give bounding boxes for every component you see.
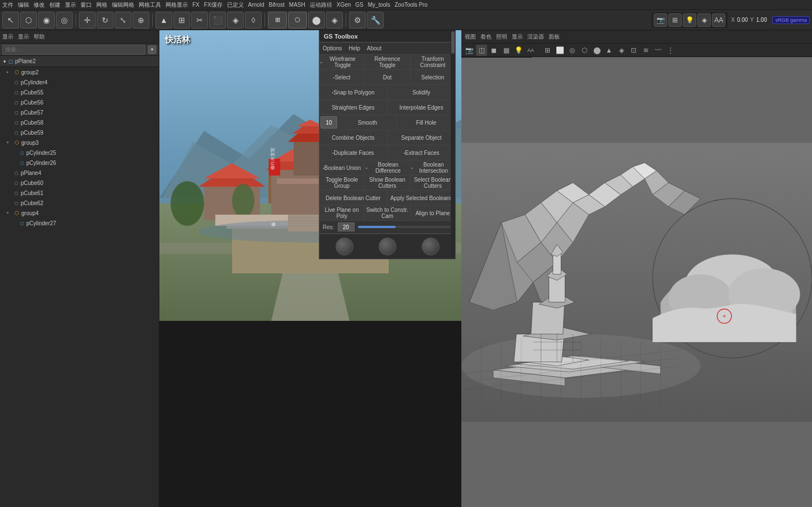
outliner-item-group4[interactable]: ▾ ⬡ group4 xyxy=(0,208,159,218)
vp-hair-icon[interactable]: 〰 xyxy=(653,45,664,56)
vp-view-menu[interactable]: 视图 xyxy=(465,33,476,41)
vp-selection-icon[interactable]: ◎ xyxy=(566,45,578,56)
vp-heads-up-icon[interactable]: ⬜ xyxy=(554,45,565,56)
universal-manip-icon[interactable]: ⊕ xyxy=(133,12,149,29)
vp-cam-select-icon[interactable]: 📷 xyxy=(464,45,475,56)
loop-cut-icon[interactable]: ⊞ xyxy=(173,12,190,29)
outliner-root-item[interactable]: ▾ ◻ pPlane2 xyxy=(0,56,159,67)
snap-to-polygon-btn[interactable]: Snap to Polygon xyxy=(319,85,388,99)
reference-toggle-btn[interactable]: Reference Toggle xyxy=(365,55,410,69)
select-tool-icon[interactable]: ↖ xyxy=(2,12,19,29)
move-tool-icon[interactable]: ✛ xyxy=(79,12,96,29)
vp-deformer-icon[interactable]: ⬤ xyxy=(591,45,602,56)
vp-grid-visible-icon[interactable]: ⊞ xyxy=(542,45,553,56)
snap-point-icon[interactable]: ◈ xyxy=(326,12,343,29)
menu-arnold[interactable]: Arnold xyxy=(248,2,265,8)
scale-tool-icon[interactable]: ⤡ xyxy=(115,12,131,29)
bridge-icon[interactable]: ⬛ xyxy=(209,12,226,29)
res-slider[interactable] xyxy=(358,226,452,228)
menu-gs[interactable]: GS xyxy=(355,2,363,8)
snap-curve-icon[interactable]: ⬤ xyxy=(308,12,325,29)
menu-edit[interactable]: 编辑 xyxy=(18,1,29,9)
outliner-item-pCylinder27[interactable]: ◻ pCylinder27 xyxy=(0,218,159,228)
vp-renderer-menu[interactable]: 渲染器 xyxy=(527,33,544,41)
left-help-menu[interactable]: 帮助 xyxy=(34,33,45,41)
vp-light-icon[interactable]: 💡 xyxy=(683,13,696,27)
vp-subdiv-icon[interactable]: ⊡ xyxy=(628,45,639,56)
vp-show-menu[interactable]: 显示 xyxy=(512,33,523,41)
vp-texture-icon[interactable]: ▦ xyxy=(501,45,512,56)
smooth-btn[interactable]: Smooth xyxy=(338,115,397,130)
rotate-tool-icon[interactable]: ↻ xyxy=(97,12,114,29)
menu-defined[interactable]: 已定义 xyxy=(227,1,244,9)
vp-light-shading-icon[interactable]: 💡 xyxy=(513,45,524,56)
circle-btn-1[interactable] xyxy=(336,238,353,255)
outliner-item-group3[interactable]: ▾ ⬡ group3 xyxy=(0,138,159,148)
circle-btn-3[interactable] xyxy=(422,238,440,255)
circle-btn-2[interactable] xyxy=(379,238,396,255)
srgb-badge[interactable]: sRGB gamma xyxy=(772,16,810,24)
menu-mesh[interactable]: 网格 xyxy=(96,1,107,9)
settings-icon[interactable]: ⚙ xyxy=(349,12,366,29)
vp-fluid-icon[interactable]: ≋ xyxy=(640,45,652,56)
gs-toolbox-scrollbar[interactable] xyxy=(451,30,455,259)
vp-nurbs-icon[interactable]: ◈ xyxy=(616,45,627,56)
vp-isolate-icon[interactable]: ⬡ xyxy=(579,45,590,56)
duplicate-faces-btn[interactable]: Duplicate Faces xyxy=(319,145,388,160)
menu-window[interactable]: 窗口 xyxy=(81,1,92,9)
res-input[interactable] xyxy=(338,222,355,231)
vp-mat-icon[interactable]: ◈ xyxy=(697,13,711,27)
live-plane-poly-btn[interactable]: Live Plane on Poly xyxy=(319,206,365,220)
gs-menu-options[interactable]: Options xyxy=(323,45,342,51)
vp-poly-icon[interactable]: ▲ xyxy=(603,45,615,56)
menu-create[interactable]: 创建 xyxy=(49,1,60,9)
search-dropdown-arrow[interactable]: ▾ xyxy=(148,45,157,54)
menu-bifrost[interactable]: Bifrost xyxy=(268,2,284,8)
left-display-menu[interactable]: 显示 xyxy=(2,33,13,41)
menu-file[interactable]: 文件 xyxy=(2,1,13,9)
vp-aa-quality-icon[interactable]: AA xyxy=(525,45,536,56)
vp-follicle-icon[interactable]: ⋮ xyxy=(665,45,676,56)
outliner-item-pCube62[interactable]: ◻ pCube62 xyxy=(0,198,159,208)
show-boolean-cutters-btn[interactable]: Show Boolean Cutters xyxy=(365,176,410,190)
render-settings-icon[interactable]: 🔧 xyxy=(367,12,384,29)
gs-menu-about[interactable]: About xyxy=(367,45,381,51)
menu-my-tools[interactable]: My_tools xyxy=(368,2,390,8)
snap-grid-icon[interactable]: ⊞ xyxy=(268,12,287,29)
vp-panel-menu[interactable]: 面板 xyxy=(549,33,560,41)
outliner-item-pCube60[interactable]: ◻ pCube60 xyxy=(0,178,159,188)
menu-display[interactable]: 显示 xyxy=(65,1,76,9)
outliner-item-pCylinder26[interactable]: ◻ pCylinder26 xyxy=(0,158,159,168)
menu-fx-cache[interactable]: FX缓存 xyxy=(204,1,223,9)
straighten-edges-btn[interactable]: Straighten Edges xyxy=(319,100,388,115)
menu-mash[interactable]: MASH xyxy=(289,2,305,8)
wireframe-toggle-btn[interactable]: Wireframe Toggle xyxy=(319,55,365,69)
vp-solid-icon[interactable]: ◼ xyxy=(488,45,499,56)
outliner-item-pCylinder25[interactable]: ◻ pCylinder25 xyxy=(0,148,159,158)
gs-menu-help[interactable]: Help xyxy=(348,45,360,51)
combine-objects-btn[interactable]: Combine Objects xyxy=(319,130,388,145)
outliner-item-pCube55[interactable]: ◻ pCube55 xyxy=(0,87,159,97)
paint-select-icon[interactable]: ◉ xyxy=(38,12,55,29)
toggle-boole-group-btn[interactable]: Toggle Boole Group xyxy=(319,176,365,190)
switch-constr-cam-btn[interactable]: Switch to Constr. Cam xyxy=(365,206,410,220)
outliner-item-pCube58[interactable]: ◻ pCube58 xyxy=(0,117,159,127)
menu-mesh-tools[interactable]: 网格工具 xyxy=(139,1,161,9)
menu-edit-mesh[interactable]: 编辑网格 xyxy=(112,1,134,9)
menu-xgen[interactable]: XGen xyxy=(337,2,351,8)
vp-3d-area[interactable] xyxy=(461,58,812,507)
menu-motion-path[interactable]: 运动路径 xyxy=(310,1,332,9)
boolean-union-btn[interactable]: Boolean Union xyxy=(319,160,365,175)
viewport-right[interactable]: 视图 着色 照明 显示 渲染器 面板 顶点: 14530 962 0 边 xyxy=(461,30,812,507)
select-btn[interactable]: Select xyxy=(319,70,365,84)
outliner-item-group2[interactable]: ▸ ⬡ group2 xyxy=(0,67,159,77)
soft-select-icon[interactable]: ◎ xyxy=(56,12,73,29)
vp-wireframe-icon[interactable]: ◫ xyxy=(476,45,487,56)
vp-aa-icon[interactable]: AA xyxy=(712,13,725,27)
lasso-select-icon[interactable]: ⬡ xyxy=(20,12,37,29)
menu-modify[interactable]: 修改 xyxy=(34,1,45,9)
left-show-menu[interactable]: 显示 xyxy=(18,33,29,41)
boolean-intersection-btn[interactable]: Boolean Intersection xyxy=(410,160,455,175)
menu-zootools[interactable]: ZooTools Pro xyxy=(395,2,428,8)
selection-btn[interactable]: Selection xyxy=(410,70,455,84)
